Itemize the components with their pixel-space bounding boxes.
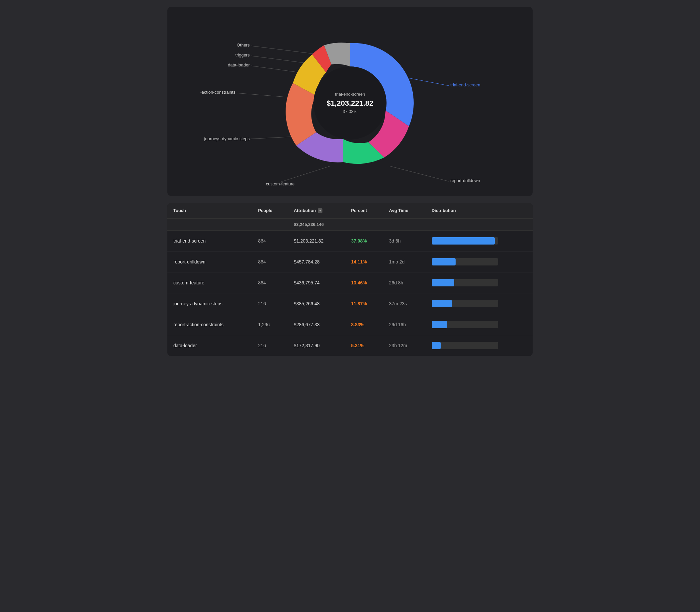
dist-bar-fill	[432, 237, 495, 245]
percent-cell: 13.46%	[345, 273, 383, 293]
touch-name-cell: custom-feature	[167, 273, 252, 293]
label-report-action: report-action-constraints	[201, 90, 235, 95]
attribution-cell: $457,784.28	[288, 251, 345, 273]
label-others: Others	[237, 43, 250, 47]
people-cell: 216	[252, 293, 288, 314]
percent-cell: 14.11%	[345, 251, 383, 273]
distribution-cell	[426, 273, 533, 293]
distribution-cell	[426, 251, 533, 273]
dist-bar-fill	[432, 258, 456, 265]
col-distribution: Distribution	[426, 203, 533, 219]
label-journeys: journeys-dynamic-steps	[204, 136, 250, 141]
label-custom-feature: custom-feature	[266, 181, 295, 186]
donut-chart-svg: Others triggers data-loader report-actio…	[201, 20, 499, 186]
touch-name-cell: trial-end-screen	[167, 231, 252, 251]
sort-arrow-icon[interactable]: ▼	[318, 208, 323, 213]
avg-time-cell: 3d 6h	[383, 231, 426, 251]
attribution-label: Attribution	[294, 208, 316, 213]
donut-center-value: $1,203,221.82	[327, 99, 374, 107]
percent-cell: 11.87%	[345, 293, 383, 314]
percent-cell: 8.83%	[345, 314, 383, 335]
distribution-cell	[426, 231, 533, 251]
table-row: custom-feature 864 $436,795.74 13.46% 26…	[167, 273, 533, 293]
avg-time-cell: 1mo 2d	[383, 251, 426, 273]
col-touch: Touch	[167, 203, 252, 219]
touch-name-cell: report-action-constraints	[167, 314, 252, 335]
col-percent: Percent	[345, 203, 383, 219]
people-cell: 864	[252, 231, 288, 251]
distribution-cell	[426, 335, 533, 356]
donut-center-percent: 37.08%	[343, 109, 358, 114]
table-row: data-loader 216 $172,317.90 5.31% 23h 12…	[167, 335, 533, 356]
avg-time-cell: 23h 12m	[383, 335, 426, 356]
dist-bar-bg	[432, 321, 498, 328]
dist-bar-bg	[432, 279, 498, 287]
chart-section: Others triggers data-loader report-actio…	[167, 6, 533, 196]
dist-bar-fill	[432, 279, 454, 287]
touch-name-cell: data-loader	[167, 335, 252, 356]
dist-bar-bg	[432, 258, 498, 265]
distribution-cell	[426, 293, 533, 314]
avg-time-cell: 26d 8h	[383, 273, 426, 293]
touch-name-cell: journeys-dynamic-steps	[167, 293, 252, 314]
dist-bar-fill	[432, 321, 447, 328]
attribution-cell: $1,203,221.82	[288, 231, 345, 251]
dist-bar-bg	[432, 300, 498, 307]
label-data-loader: data-loader	[228, 62, 250, 67]
label-triggers: triggers	[235, 53, 250, 57]
total-row: $3,245,236.146	[167, 219, 533, 231]
attribution-cell: $172,317.90	[288, 335, 345, 356]
attribution-cell: $385,266.48	[288, 293, 345, 314]
main-container: Others triggers data-loader report-actio…	[167, 6, 533, 356]
avg-time-cell: 29d 16h	[383, 314, 426, 335]
dist-bar-bg	[432, 237, 498, 245]
col-people: People	[252, 203, 288, 219]
table-row: report-drilldown 864 $457,784.28 14.11% …	[167, 251, 533, 273]
dist-bar-fill	[432, 300, 452, 307]
percent-cell: 37.08%	[345, 231, 383, 251]
people-cell: 864	[252, 251, 288, 273]
table-row: trial-end-screen 864 $1,203,221.82 37.08…	[167, 231, 533, 251]
chart-wrapper: Others triggers data-loader report-actio…	[174, 17, 526, 190]
table-row: report-action-constraints 1,296 $286,677…	[167, 314, 533, 335]
people-cell: 216	[252, 335, 288, 356]
distribution-cell	[426, 314, 533, 335]
attribution-table: Touch People Attribution ▼ Percent Avg T…	[167, 203, 533, 356]
label-report-drilldown: report-drilldown	[450, 178, 480, 183]
table-section: Touch People Attribution ▼ Percent Avg T…	[167, 203, 533, 356]
people-cell: 1,296	[252, 314, 288, 335]
col-avg-time: Avg Time	[383, 203, 426, 219]
table-body: trial-end-screen 864 $1,203,221.82 37.08…	[167, 231, 533, 356]
touch-name-cell: report-drilldown	[167, 251, 252, 273]
table-header-row: Touch People Attribution ▼ Percent Avg T…	[167, 203, 533, 219]
table-row: journeys-dynamic-steps 216 $385,266.48 1…	[167, 293, 533, 314]
svg-line-5	[280, 166, 330, 182]
donut-center-label: trial-end-screen	[335, 92, 365, 97]
percent-cell: 5.31%	[345, 335, 383, 356]
people-cell: 864	[252, 273, 288, 293]
avg-time-cell: 37m 23s	[383, 293, 426, 314]
col-attribution[interactable]: Attribution ▼	[288, 203, 345, 219]
attribution-cell: $436,795.74	[288, 273, 345, 293]
label-trial-end-screen: trial-end-screen	[450, 82, 480, 87]
dist-bar-bg	[432, 342, 498, 349]
svg-line-7	[390, 166, 449, 181]
total-attribution: $3,245,236.146	[288, 219, 345, 231]
dist-bar-fill	[432, 342, 441, 349]
attribution-cell: $286,677.33	[288, 314, 345, 335]
